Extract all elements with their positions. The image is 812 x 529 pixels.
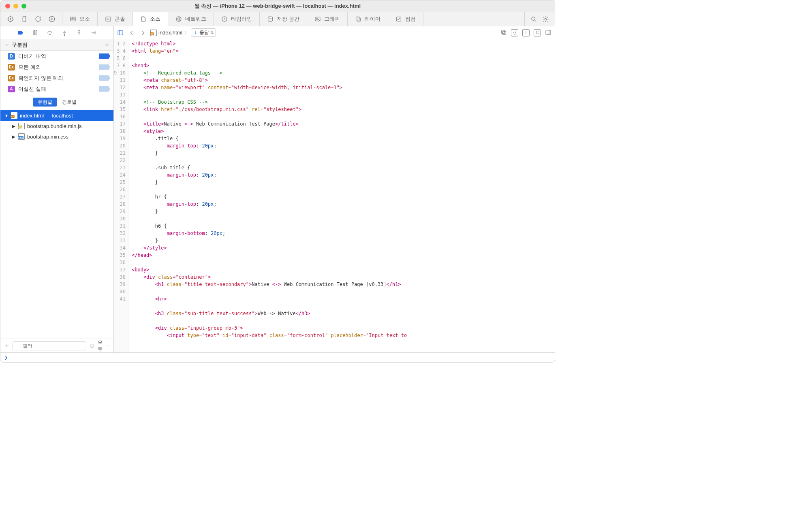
file-name: bootstrap.min.css xyxy=(27,134,68,140)
search-icon[interactable] xyxy=(530,16,537,23)
svg-rect-15 xyxy=(396,17,401,21)
breadcrumb-file: index.html xyxy=(158,30,182,36)
tab-저장 공간[interactable]: 저장 공간 xyxy=(260,12,307,26)
inspector-window: 웹 속성 — iPhone 12 — web-bridge-swift — lo… xyxy=(0,0,555,363)
chevron-icon: ▶ xyxy=(12,124,16,128)
file-icon xyxy=(18,123,25,129)
code-editor[interactable]: 1 2 3 4 5 6 7 8 9 10 11 12 13 14 15 16 1… xyxy=(114,39,555,352)
sidebar: 구분점 D디버거 내역Ex모든 예외Ex확인되지 않은 예외A어설션 실패 유형… xyxy=(0,26,114,352)
seg-by-path[interactable]: 경로별 xyxy=(57,98,81,107)
chevron-down-icon xyxy=(4,43,9,47)
tab-타임라인[interactable]: 타임라인 xyxy=(214,12,260,26)
window-title: 웹 속성 — iPhone 12 — web-bridge-swift — lo… xyxy=(0,2,555,10)
svg-rect-7 xyxy=(106,17,111,21)
titlebar: 웹 속성 — iPhone 12 — web-bridge-swift — lo… xyxy=(0,0,555,12)
breakpoint-row[interactable]: D디버거 내역 xyxy=(0,51,113,62)
breakpoint-row[interactable]: Ex확인되지 않은 예외 xyxy=(0,73,113,83)
device-icon[interactable] xyxy=(21,15,28,23)
tree-row-js[interactable]: ▶bootstrap.bundle.min.js xyxy=(0,121,113,131)
breadcrumb[interactable]: index.html 〉 응답 ⇅ xyxy=(150,28,216,37)
step-over-icon[interactable] xyxy=(47,30,53,36)
file-name: bootstrap.bundle.min.js xyxy=(27,123,81,129)
svg-rect-18 xyxy=(34,30,35,35)
tree-row-html[interactable]: ▼index.html — localhost xyxy=(0,110,113,121)
inspect-element-icon[interactable] xyxy=(7,15,14,23)
response-label: 응답 xyxy=(199,29,209,36)
svg-point-10 xyxy=(268,17,273,18)
svg-point-16 xyxy=(532,17,535,20)
tab-레이어[interactable]: 레이어 xyxy=(348,12,388,26)
editor-tools: {} T C xyxy=(500,29,551,36)
svg-rect-4 xyxy=(71,17,73,19)
svg-rect-25 xyxy=(502,31,506,34)
coverage-icon[interactable]: C xyxy=(534,29,541,36)
add-breakpoint-icon[interactable] xyxy=(105,43,109,47)
issues-icon[interactable] xyxy=(90,343,94,349)
tab-소스[interactable]: 소스 xyxy=(133,12,168,26)
braces-icon[interactable]: {} xyxy=(511,29,518,36)
chevron-icon: ▶ xyxy=(12,134,16,139)
svg-rect-19 xyxy=(36,30,37,35)
scope-label: 모두 xyxy=(98,339,105,353)
breadcrumb-bar: index.html 〉 응답 ⇅ {} T C xyxy=(114,26,555,39)
svg-rect-26 xyxy=(502,30,505,33)
segmented-control: 유형별 경로별 xyxy=(0,94,113,110)
svg-rect-27 xyxy=(546,30,551,34)
reload-icon[interactable] xyxy=(34,15,42,23)
toggle-sidebar-icon[interactable] xyxy=(117,30,124,36)
step-icon[interactable] xyxy=(90,30,97,36)
breakpoint-label: 확인되지 않은 예외 xyxy=(18,75,96,82)
breakpoint-badge-icon: D xyxy=(8,53,15,60)
console-prompt-icon: ❯ xyxy=(4,354,8,360)
svg-point-0 xyxy=(8,17,13,21)
filter-input[interactable] xyxy=(13,341,86,350)
breakpoint-toggle-icon[interactable] xyxy=(17,30,24,36)
breakpoint-tag-icon[interactable] xyxy=(99,64,110,70)
sidebar-footer: 모두 xyxy=(0,339,113,352)
nav-forward-icon[interactable] xyxy=(140,30,146,36)
copy-icon[interactable] xyxy=(500,29,507,36)
nav-back-icon[interactable] xyxy=(128,30,135,36)
type-icon[interactable]: T xyxy=(522,29,530,36)
tab-네트워크[interactable]: 네트워크 xyxy=(168,12,214,26)
tree-row-css[interactable]: ▶bootstrap.min.css xyxy=(0,131,113,142)
svg-point-17 xyxy=(545,18,546,20)
tab-그래픽[interactable]: 그래픽 xyxy=(307,12,348,26)
svg-rect-2 xyxy=(23,16,26,22)
settings-icon[interactable] xyxy=(542,16,549,23)
tabbar-right-tools xyxy=(524,12,555,26)
pause-icon[interactable] xyxy=(32,30,38,36)
scope-dropdown[interactable]: 모두 xyxy=(98,339,109,353)
step-out-icon[interactable] xyxy=(76,30,82,36)
response-dropdown[interactable]: 응답 ⇅ xyxy=(191,28,216,37)
tab-점검[interactable]: 점검 xyxy=(388,12,423,26)
code-content: <!doctype html> <html lang="en"> <head> … xyxy=(128,39,555,352)
breakpoint-tag-icon[interactable] xyxy=(99,75,110,81)
breakpoint-badge-icon: Ex xyxy=(8,64,15,70)
breakpoint-tag-icon[interactable] xyxy=(99,53,110,59)
breakpoint-row[interactable]: A어설션 실패 xyxy=(0,83,113,94)
breakpoints-section-header[interactable]: 구분점 xyxy=(0,39,113,51)
toggle-details-icon[interactable] xyxy=(545,29,551,36)
breakpoint-row[interactable]: Ex모든 예외 xyxy=(0,62,113,73)
line-gutter: 1 2 3 4 5 6 7 8 9 10 11 12 13 14 15 16 1… xyxy=(114,39,128,352)
add-resource-icon[interactable] xyxy=(4,343,9,349)
chevron-icon: ▼ xyxy=(4,113,9,118)
seg-by-type[interactable]: 유형별 xyxy=(33,98,57,107)
file-name: index.html — localhost xyxy=(20,113,73,119)
breakpoint-badge-icon: Ex xyxy=(8,75,15,81)
svg-rect-5 xyxy=(73,17,75,19)
step-into-icon[interactable] xyxy=(61,30,68,36)
tab-요소[interactable]: 요소 xyxy=(62,12,98,26)
tab-콘솔[interactable]: 콘솔 xyxy=(98,12,133,26)
main-pane: index.html 〉 응답 ⇅ {} T C xyxy=(114,26,555,352)
download-icon[interactable] xyxy=(48,15,56,23)
file-tree: ▼index.html — localhost▶bootstrap.bundle… xyxy=(0,110,113,339)
content-area: 구분점 D디버거 내역Ex모든 예외Ex확인되지 않은 예외A어설션 실패 유형… xyxy=(0,26,555,352)
tabbar-left-tools xyxy=(0,12,62,26)
svg-rect-24 xyxy=(118,30,123,35)
console-prompt-bar[interactable]: ❯ xyxy=(0,352,555,362)
breakpoint-tag-icon[interactable] xyxy=(99,86,110,92)
svg-point-20 xyxy=(49,34,50,35)
main-tabbar: 요소콘솔소스네트워크타임라인저장 공간그래픽레이어점검 xyxy=(0,12,555,26)
